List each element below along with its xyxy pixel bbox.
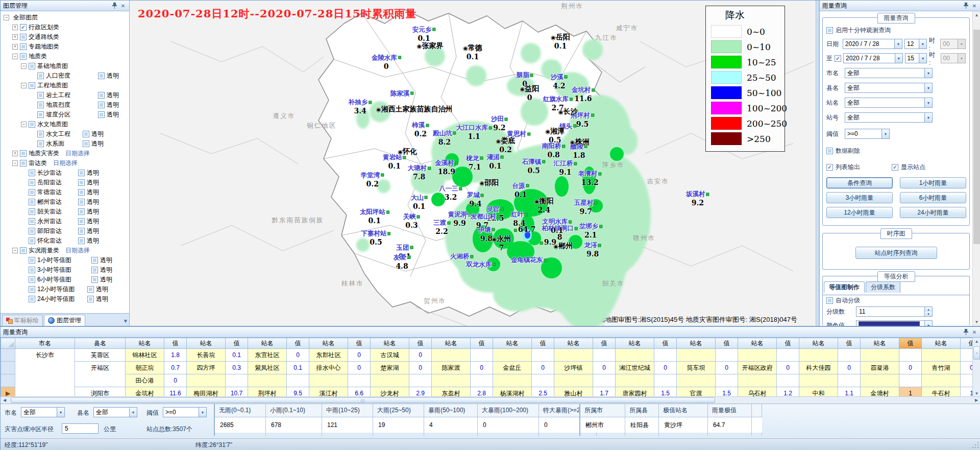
tree-item[interactable]: 韶关雷达透明 — [1, 207, 129, 217]
dropdown-icon[interactable]: ▼ — [129, 408, 137, 417]
transparent-checkbox[interactable] — [83, 140, 89, 147]
dropdown-icon[interactable]: ▼ — [924, 113, 932, 122]
column-header-value[interactable]: 值 — [838, 338, 861, 349]
tree-item[interactable]: 岳阳雷达透明 — [1, 178, 129, 187]
row-selector[interactable] — [1, 362, 15, 374]
station-name-cell[interactable]: 沙龙村 — [371, 387, 409, 398]
station-name-cell[interactable]: 朝正垸 — [126, 362, 164, 374]
station-value-cell[interactable] — [899, 349, 922, 362]
tree-item[interactable]: +✓行政区划类 — [1, 22, 129, 32]
column-header[interactable]: 县名 — [75, 338, 126, 349]
county-cell[interactable]: 芙蓉区 — [75, 349, 126, 362]
layer-checkbox[interactable] — [29, 267, 35, 273]
dropdown-icon[interactable]: ▼ — [881, 129, 889, 138]
tree-item[interactable]: −实况雨量类日期选择 — [1, 246, 129, 255]
grid-vscrollbar[interactable]: ▲ ≡ ▼ — [972, 338, 980, 397]
scrollbar-thumb[interactable]: ||| — [11, 397, 715, 403]
station-name-cell[interactable]: 排水中心 — [309, 362, 348, 374]
threshold-combo[interactable]: >=0▼ — [845, 129, 890, 139]
right-panel-scrollbar[interactable]: ▲ ▼ — [972, 11, 980, 326]
dropdown-icon[interactable]: ▼ — [919, 39, 926, 49]
station-name-cell[interactable]: 陈家渡 — [432, 362, 471, 374]
field-combo-站号[interactable]: 全部▼ — [845, 112, 933, 123]
transparent-checkbox[interactable] — [98, 73, 105, 79]
station-name-cell[interactable]: 湘江世纪城 — [616, 362, 654, 374]
scroll-down-icon[interactable]: ▼ — [973, 318, 980, 326]
station-name-cell[interactable] — [493, 374, 532, 387]
tree-item[interactable]: 6小时等值图透明 — [1, 275, 129, 285]
station-value-cell[interactable] — [838, 349, 861, 362]
column-header-value[interactable]: 值 — [593, 338, 616, 349]
tree-item[interactable]: 怀化雷达透明 — [1, 236, 129, 246]
station-name-cell[interactable]: 金塘村 — [861, 387, 899, 398]
station-name-cell[interactable]: 田心港 — [126, 374, 164, 387]
show-stations-checkbox[interactable]: ✓ — [892, 164, 898, 171]
column-header-station[interactable]: 站名 — [248, 338, 287, 349]
transparent-checkbox[interactable] — [78, 170, 85, 176]
column-header-value[interactable]: 值 — [164, 338, 187, 349]
transparent-checkbox[interactable] — [98, 102, 105, 108]
column-header-value[interactable]: 值 — [777, 338, 799, 349]
station-name-cell[interactable] — [309, 374, 348, 387]
scroll-up-icon[interactable]: ▲ — [973, 11, 980, 19]
column-header-value[interactable]: 值 — [409, 338, 432, 349]
layer-checkbox[interactable] — [20, 53, 27, 60]
transparent-checkbox[interactable] — [78, 189, 85, 196]
column-header-station[interactable]: 站名 — [187, 338, 226, 349]
station-value-cell[interactable] — [838, 374, 861, 387]
station-value-cell[interactable]: 0 — [716, 362, 738, 374]
station-name-cell[interactable]: 紫凤社区 — [248, 362, 287, 374]
station-name-cell[interactable] — [371, 374, 409, 387]
station-value-cell[interactable]: 1.5 — [654, 387, 677, 398]
collapse-icon[interactable]: − — [12, 54, 18, 59]
station-value-cell[interactable]: 0 — [838, 362, 861, 374]
dropdown-icon[interactable]: ▼ — [924, 98, 932, 107]
tree-item[interactable]: 长沙雷达透明 — [1, 168, 129, 178]
query-button-1[interactable]: 条件查询 — [826, 177, 893, 188]
collapse-icon[interactable]: − — [21, 83, 27, 88]
layer-checkbox[interactable] — [20, 247, 27, 254]
tree-item[interactable]: 岩土工程透明 — [1, 90, 129, 100]
station-value-cell[interactable]: 11.6 — [164, 387, 187, 398]
tab-layer-manager[interactable]: 图层管理 — [44, 315, 85, 326]
dropdown-icon[interactable]: ▼ — [924, 68, 932, 78]
collapse-icon[interactable]: − — [21, 122, 27, 127]
station-value-cell[interactable]: 0 — [409, 362, 432, 374]
tab-military-plot[interactable]: 军标标绘 — [2, 315, 43, 326]
station-value-cell[interactable] — [348, 374, 371, 387]
transparent-checkbox[interactable] — [78, 179, 85, 186]
tree-item[interactable]: 水系面透明 — [1, 139, 129, 149]
station-value-cell[interactable]: 0.7 — [164, 362, 187, 374]
station-name-cell[interactable]: 溪江村 — [309, 387, 348, 398]
station-name-cell[interactable]: 锦林社区 — [126, 349, 164, 362]
layer-checkbox[interactable]: ✓ — [20, 24, 27, 31]
transparent-checkbox[interactable] — [78, 218, 85, 225]
spin-up-icon[interactable]: ▲ — [925, 307, 932, 312]
transparent-checkbox[interactable] — [91, 267, 98, 273]
station-value-cell[interactable] — [716, 374, 738, 387]
column-header-station[interactable]: 站名 — [371, 338, 409, 349]
station-name-cell[interactable] — [616, 374, 654, 387]
date-select-link[interactable]: 日期选择 — [65, 149, 90, 158]
tree-item[interactable]: 12小时等值图透明 — [1, 285, 129, 294]
station-value-cell[interactable]: 1.5 — [716, 387, 738, 398]
station-name-cell[interactable] — [187, 374, 226, 387]
station-value-cell[interactable] — [532, 374, 554, 387]
tree-item[interactable]: +交通路线类 — [1, 32, 129, 42]
layer-checkbox[interactable] — [29, 276, 35, 283]
hour-from-picker[interactable]: 12▼ — [904, 39, 927, 49]
tree-item[interactable]: −水文地质图 — [1, 120, 129, 129]
tree-item[interactable]: +地质灾害类日期选择 — [1, 149, 129, 158]
station-name-cell[interactable] — [677, 374, 716, 387]
layer-checkbox[interactable] — [29, 82, 35, 89]
station-name-cell[interactable]: 中和 — [799, 387, 838, 398]
scroll-left-icon[interactable]: ◀ — [1, 397, 9, 404]
tab-grade-coeff[interactable]: 分级系数 — [866, 281, 900, 293]
column-header[interactable]: 市名 — [15, 338, 75, 349]
transparent-checkbox[interactable] — [91, 257, 98, 264]
station-value-cell[interactable] — [716, 349, 738, 362]
layer-checkbox[interactable] — [29, 296, 35, 302]
tree-item[interactable]: +专题地图类 — [1, 42, 129, 52]
transparent-checkbox[interactable] — [87, 296, 94, 302]
station-name-cell[interactable]: 古汉城 — [371, 349, 409, 362]
